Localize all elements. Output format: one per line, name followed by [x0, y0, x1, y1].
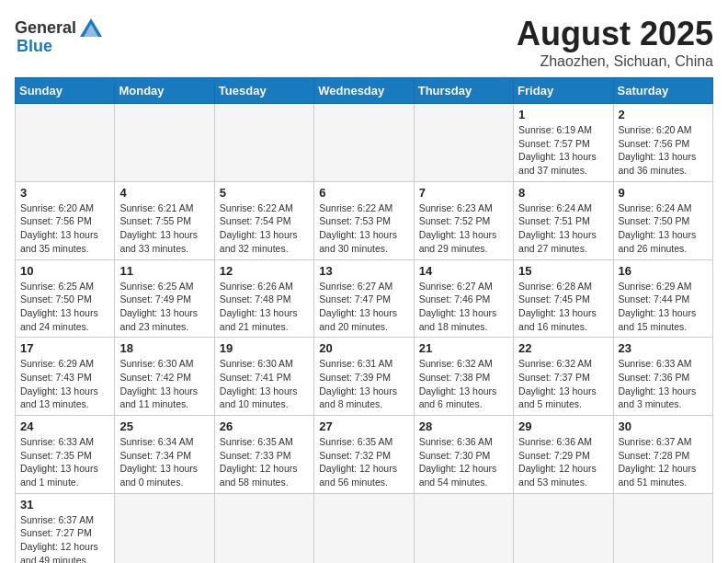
day-info: Sunrise: 6:22 AM Sunset: 7:54 PM Dayligh… [220, 201, 309, 256]
calendar-week-2: 10Sunrise: 6:25 AM Sunset: 7:50 PM Dayli… [16, 259, 713, 338]
day-info: Sunrise: 6:29 AM Sunset: 7:44 PM Dayligh… [619, 280, 708, 334]
calendar-cell-5-6 [613, 493, 712, 563]
calendar-cell-1-5: 8Sunrise: 6:24 AM Sunset: 7:51 PM Daylig… [514, 181, 613, 259]
day-number: 8 [518, 186, 608, 200]
day-info: Sunrise: 6:28 AM Sunset: 7:45 PM Dayligh… [518, 280, 608, 334]
calendar-cell-5-3 [314, 493, 414, 563]
calendar-cell-3-3: 20Sunrise: 6:31 AM Sunset: 7:39 PM Dayli… [314, 338, 414, 416]
header-thursday: Thursday [414, 78, 513, 104]
day-info: Sunrise: 6:36 AM Sunset: 7:29 PM Dayligh… [518, 435, 608, 489]
calendar-cell-5-2 [214, 493, 313, 563]
calendar-cell-3-5: 22Sunrise: 6:32 AM Sunset: 7:37 PM Dayli… [514, 338, 613, 416]
day-info: Sunrise: 6:27 AM Sunset: 7:47 PM Dayligh… [319, 280, 408, 334]
day-number: 13 [319, 264, 408, 278]
day-number: 15 [518, 264, 608, 278]
day-info: Sunrise: 6:20 AM Sunset: 7:56 PM Dayligh… [619, 123, 708, 178]
day-info: Sunrise: 6:37 AM Sunset: 7:27 PM Dayligh… [20, 513, 109, 563]
calendar-cell-0-0 [16, 104, 115, 182]
calendar-week-1: 3Sunrise: 6:20 AM Sunset: 7:56 PM Daylig… [16, 181, 713, 259]
day-number: 20 [319, 341, 408, 355]
day-number: 14 [419, 264, 508, 278]
header-saturday: Saturday [613, 78, 712, 104]
day-number: 22 [518, 341, 608, 355]
day-number: 7 [419, 186, 508, 200]
day-info: Sunrise: 6:26 AM Sunset: 7:48 PM Dayligh… [220, 280, 309, 334]
day-info: Sunrise: 6:29 AM Sunset: 7:43 PM Dayligh… [20, 357, 109, 411]
day-number: 31 [20, 498, 109, 511]
day-number: 5 [220, 186, 309, 200]
calendar-header-row: Sunday Monday Tuesday Wednesday Thursday… [16, 78, 713, 104]
calendar-cell-4-6: 30Sunrise: 6:37 AM Sunset: 7:28 PM Dayli… [613, 416, 712, 494]
calendar-cell-3-0: 17Sunrise: 6:29 AM Sunset: 7:43 PM Dayli… [16, 338, 115, 416]
day-number: 25 [119, 419, 209, 433]
day-info: Sunrise: 6:31 AM Sunset: 7:39 PM Dayligh… [319, 357, 408, 411]
calendar-cell-2-0: 10Sunrise: 6:25 AM Sunset: 7:50 PM Dayli… [16, 259, 115, 338]
calendar-subtitle: Zhaozhen, Sichuan, China [517, 53, 713, 70]
calendar-table: Sunday Monday Tuesday Wednesday Thursday… [15, 77, 713, 563]
day-number: 2 [619, 108, 708, 121]
day-info: Sunrise: 6:30 AM Sunset: 7:42 PM Dayligh… [119, 357, 209, 411]
calendar-cell-2-6: 16Sunrise: 6:29 AM Sunset: 7:44 PM Dayli… [613, 259, 712, 338]
calendar-cell-0-4 [414, 104, 513, 182]
header-sunday: Sunday [16, 78, 115, 104]
day-number: 12 [220, 264, 309, 278]
logo-blue-text: Blue [17, 37, 52, 56]
calendar-cell-4-0: 24Sunrise: 6:33 AM Sunset: 7:35 PM Dayli… [16, 416, 115, 494]
day-info: Sunrise: 6:21 AM Sunset: 7:55 PM Dayligh… [119, 201, 209, 256]
calendar-cell-4-1: 25Sunrise: 6:34 AM Sunset: 7:34 PM Dayli… [115, 416, 214, 494]
day-info: Sunrise: 6:33 AM Sunset: 7:35 PM Dayligh… [20, 435, 109, 489]
calendar-cell-1-2: 5Sunrise: 6:22 AM Sunset: 7:54 PM Daylig… [214, 181, 313, 259]
calendar-cell-1-6: 9Sunrise: 6:24 AM Sunset: 7:50 PM Daylig… [613, 181, 712, 259]
header-tuesday: Tuesday [214, 78, 313, 104]
day-number: 18 [119, 341, 209, 355]
calendar-cell-1-3: 6Sunrise: 6:22 AM Sunset: 7:53 PM Daylig… [314, 181, 414, 259]
day-info: Sunrise: 6:22 AM Sunset: 7:53 PM Dayligh… [319, 201, 408, 256]
day-info: Sunrise: 6:32 AM Sunset: 7:37 PM Dayligh… [518, 357, 608, 411]
calendar-cell-4-2: 26Sunrise: 6:35 AM Sunset: 7:33 PM Dayli… [214, 416, 313, 494]
calendar-week-3: 17Sunrise: 6:29 AM Sunset: 7:43 PM Dayli… [16, 338, 713, 416]
calendar-cell-0-1 [115, 104, 214, 182]
page-header: General Blue August 2025 Zhaozhen, Sichu… [15, 15, 713, 70]
logo-general-text: General [15, 18, 76, 38]
calendar-cell-5-4 [414, 493, 513, 563]
calendar-cell-1-0: 3Sunrise: 6:20 AM Sunset: 7:56 PM Daylig… [16, 181, 115, 259]
day-info: Sunrise: 6:25 AM Sunset: 7:49 PM Dayligh… [119, 280, 209, 334]
calendar-week-4: 24Sunrise: 6:33 AM Sunset: 7:35 PM Dayli… [16, 416, 713, 494]
day-info: Sunrise: 6:37 AM Sunset: 7:28 PM Dayligh… [619, 435, 708, 489]
calendar-cell-0-3 [314, 104, 414, 182]
calendar-cell-1-1: 4Sunrise: 6:21 AM Sunset: 7:55 PM Daylig… [115, 181, 214, 259]
calendar-cell-1-4: 7Sunrise: 6:23 AM Sunset: 7:52 PM Daylig… [414, 181, 513, 259]
day-number: 6 [319, 186, 408, 200]
day-info: Sunrise: 6:34 AM Sunset: 7:34 PM Dayligh… [119, 435, 209, 489]
calendar-cell-5-5 [514, 493, 613, 563]
day-info: Sunrise: 6:19 AM Sunset: 7:57 PM Dayligh… [518, 123, 608, 178]
calendar-cell-4-5: 29Sunrise: 6:36 AM Sunset: 7:29 PM Dayli… [514, 416, 613, 494]
day-info: Sunrise: 6:24 AM Sunset: 7:51 PM Dayligh… [518, 201, 608, 256]
calendar-cell-2-4: 14Sunrise: 6:27 AM Sunset: 7:46 PM Dayli… [414, 259, 513, 338]
day-number: 11 [119, 264, 209, 278]
calendar-cell-4-4: 28Sunrise: 6:36 AM Sunset: 7:30 PM Dayli… [414, 416, 513, 494]
calendar-title: August 2025 [517, 15, 713, 53]
calendar-cell-2-1: 11Sunrise: 6:25 AM Sunset: 7:49 PM Dayli… [115, 259, 214, 338]
calendar-week-5: 31Sunrise: 6:37 AM Sunset: 7:27 PM Dayli… [16, 493, 713, 563]
header-monday: Monday [115, 78, 214, 104]
day-info: Sunrise: 6:30 AM Sunset: 7:41 PM Dayligh… [220, 357, 309, 411]
calendar-cell-2-5: 15Sunrise: 6:28 AM Sunset: 7:45 PM Dayli… [514, 259, 613, 338]
day-info: Sunrise: 6:35 AM Sunset: 7:33 PM Dayligh… [220, 435, 309, 489]
calendar-cell-2-3: 13Sunrise: 6:27 AM Sunset: 7:47 PM Dayli… [314, 259, 414, 338]
day-info: Sunrise: 6:32 AM Sunset: 7:38 PM Dayligh… [419, 357, 508, 411]
day-info: Sunrise: 6:20 AM Sunset: 7:56 PM Dayligh… [20, 201, 109, 256]
day-number: 17 [20, 341, 109, 355]
day-number: 3 [20, 186, 109, 200]
day-number: 29 [518, 419, 608, 433]
calendar-cell-3-2: 19Sunrise: 6:30 AM Sunset: 7:41 PM Dayli… [214, 338, 313, 416]
day-info: Sunrise: 6:36 AM Sunset: 7:30 PM Dayligh… [419, 435, 508, 489]
day-number: 9 [619, 186, 708, 200]
calendar-cell-0-6: 2Sunrise: 6:20 AM Sunset: 7:56 PM Daylig… [613, 104, 712, 182]
day-info: Sunrise: 6:33 AM Sunset: 7:36 PM Dayligh… [619, 357, 708, 411]
day-info: Sunrise: 6:27 AM Sunset: 7:46 PM Dayligh… [419, 280, 508, 334]
calendar-cell-3-1: 18Sunrise: 6:30 AM Sunset: 7:42 PM Dayli… [115, 338, 214, 416]
day-number: 1 [518, 108, 608, 121]
header-friday: Friday [514, 78, 613, 104]
day-number: 27 [319, 419, 408, 433]
